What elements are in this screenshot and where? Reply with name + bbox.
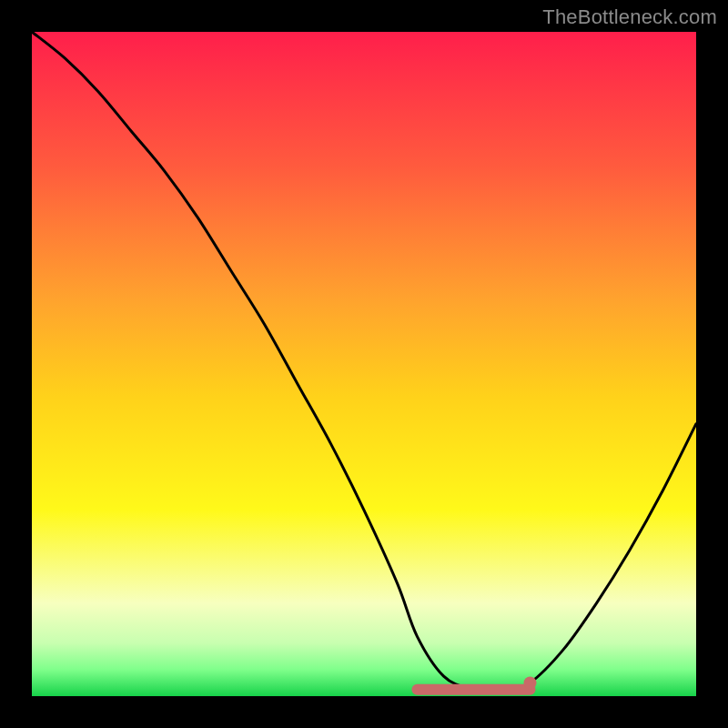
plot-area (32, 32, 696, 696)
optimal-point-marker (524, 676, 537, 689)
bottleneck-curve (32, 32, 696, 690)
curve-layer (32, 32, 696, 696)
watermark-text: TheBottleneck.com (542, 5, 717, 29)
chart-frame: TheBottleneck.com (0, 0, 728, 728)
